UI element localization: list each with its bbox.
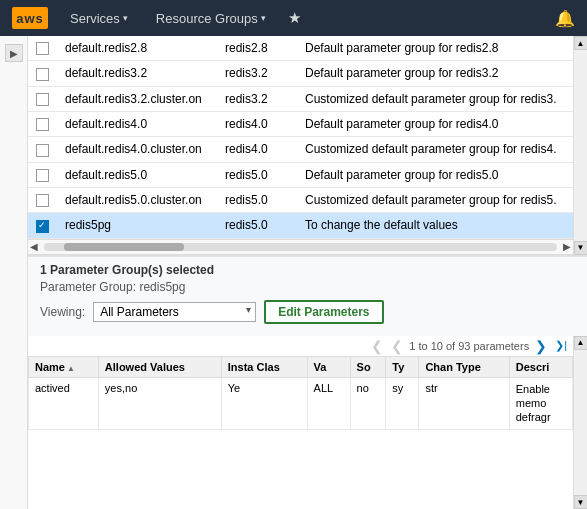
services-label: Services [70,11,120,26]
viewing-row: Viewing: All Parameters User-defined Par… [40,300,575,324]
params-table-section: ❮ ❮ 1 to 10 of 93 parameters ❯ ❯| Name▲A… [28,336,587,509]
pg-vertical-scrollbar[interactable]: ▲ ▼ [573,36,587,255]
checkbox[interactable] [36,68,49,81]
resource-groups-label: Resource Groups [156,11,258,26]
parameter-groups-section: default.redis2.8redis2.8Default paramete… [28,36,587,255]
group-label: Parameter Group: [40,280,136,294]
params-column-header[interactable]: Name▲ [29,356,99,377]
table-row[interactable]: default.redis5.0redis5.0Default paramete… [28,162,573,187]
pg-family: redis3.2 [217,86,297,111]
param-cell: actived [29,377,99,429]
scroll-track [574,50,588,241]
resource-groups-nav-item[interactable]: Resource Groups ▾ [150,7,272,30]
resource-groups-arrow: ▾ [261,13,266,23]
row-checkbox[interactable] [28,187,57,212]
parameter-groups-table: default.redis2.8redis2.8Default paramete… [28,36,573,239]
pg-family: redis3.2 [217,61,297,86]
pagination-prev-button[interactable]: ❮ [369,338,385,354]
services-nav-item[interactable]: Services ▾ [64,7,134,30]
checkbox[interactable] [36,42,49,55]
row-checkbox[interactable] [28,86,57,111]
pg-family: redis5.0 [217,162,297,187]
param-cell: Ye [221,377,307,429]
scroll-down-button[interactable]: ▼ [574,241,588,255]
row-checkbox[interactable] [28,137,57,162]
aws-logo-box: aws [12,7,48,29]
table-row[interactable]: default.redis4.0.cluster.onredis4.0Custo… [28,137,573,162]
row-checkbox[interactable] [28,36,57,61]
bell-icon[interactable]: 🔔 [555,9,575,28]
pg-name: default.redis2.8 [57,36,217,61]
main-content: ▶ default.redis2.8redis2.8Default parame… [0,36,587,509]
checkbox[interactable] [36,194,49,207]
params-table-main: ❮ ❮ 1 to 10 of 93 parameters ❯ ❯| Name▲A… [28,336,573,509]
horizontal-scroll-area[interactable]: ◀ ▶ [28,239,573,255]
param-cell: no [350,377,386,429]
selected-panel: 1 Parameter Group(s) selected Parameter … [28,255,587,336]
services-arrow: ▾ [123,13,128,23]
params-scroll-down-button[interactable]: ▼ [574,495,588,509]
bottom-section: 1 Parameter Group(s) selected Parameter … [28,255,587,509]
scroll-left-arrow[interactable]: ◀ [28,241,40,252]
pagination-row: ❮ ❮ 1 to 10 of 93 parameters ❯ ❯| [28,336,573,356]
param-cell: Enable memo defragr [509,377,572,429]
pagination-prev-button-2[interactable]: ❮ [389,338,405,354]
params-column-header[interactable]: Insta Clas [221,356,307,377]
pg-description: Default parameter group for redis5.0 [297,162,573,187]
table-row[interactable]: default.redis5.0.cluster.onredis5.0Custo… [28,187,573,212]
list-item: activedyes,noYeALLnosystrEnable memo def… [29,377,573,429]
checkbox[interactable] [36,169,49,182]
checkbox[interactable] [36,144,49,157]
edit-parameters-button[interactable]: Edit Parameters [264,300,383,324]
pg-family: redis4.0 [217,137,297,162]
pg-description: Default parameter group for redis3.2 [297,61,573,86]
parameter-groups-table-main: default.redis2.8redis2.8Default paramete… [28,36,573,255]
params-column-header[interactable]: Chan Type [419,356,509,377]
params-column-header[interactable]: Va [307,356,350,377]
pg-name: default.redis4.0 [57,111,217,136]
params-column-header[interactable]: Descri [509,356,572,377]
table-row[interactable]: default.redis3.2.cluster.onredis3.2Custo… [28,86,573,111]
table-area: default.redis2.8redis2.8Default paramete… [28,36,587,509]
row-checkbox[interactable] [28,111,57,136]
bookmark-icon[interactable]: ★ [288,9,301,27]
table-row[interactable]: default.redis4.0redis4.0Default paramete… [28,111,573,136]
aws-logo: aws [12,7,48,29]
pg-name: default.redis5.0 [57,162,217,187]
scroll-up-button[interactable]: ▲ [574,36,588,50]
selected-count-title: 1 Parameter Group(s) selected [40,263,575,277]
table-row[interactable]: default.redis2.8redis2.8Default paramete… [28,36,573,61]
param-cell: str [419,377,509,429]
checkbox[interactable] [36,118,49,131]
viewing-select-wrapper[interactable]: All Parameters User-defined Parameters [93,302,256,322]
checkbox[interactable] [36,220,49,233]
param-cell: yes,no [98,377,221,429]
pagination-next-button[interactable]: ❯ [533,338,549,354]
params-column-header[interactable]: Ty [386,356,419,377]
row-checkbox[interactable] [28,61,57,86]
scroll-right-arrow[interactable]: ▶ [561,241,573,252]
pg-family: redis4.0 [217,111,297,136]
row-checkbox[interactable] [28,213,57,238]
params-scroll-up-button[interactable]: ▲ [574,336,588,350]
group-name-value: redis5pg [139,280,185,294]
params-scroll-track [574,350,588,495]
table-row[interactable]: redis5pgredis5.0To change the default va… [28,213,573,238]
horizontal-scrollbar[interactable] [44,243,557,251]
pagination-last-button[interactable]: ❯| [553,339,569,352]
params-column-header[interactable]: Allowed Values [98,356,221,377]
pg-name: default.redis5.0.cluster.on [57,187,217,212]
pg-description: Customized default parameter group for r… [297,187,573,212]
collapse-button[interactable]: ▶ [5,44,23,62]
scrollbar-thumb[interactable] [64,243,184,251]
pg-name: default.redis3.2 [57,61,217,86]
row-checkbox[interactable] [28,162,57,187]
params-column-header[interactable]: So [350,356,386,377]
viewing-select[interactable]: All Parameters User-defined Parameters [93,302,256,322]
checkbox[interactable] [36,93,49,106]
pg-name: default.redis3.2.cluster.on [57,86,217,111]
table-row[interactable]: default.redis3.2redis3.2Default paramete… [28,61,573,86]
pg-name: redis5pg [57,213,217,238]
params-vertical-scrollbar[interactable]: ▲ ▼ [573,336,587,509]
pg-description: Customized default parameter group for r… [297,137,573,162]
